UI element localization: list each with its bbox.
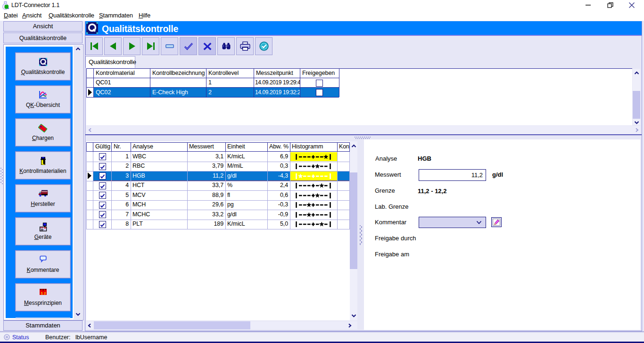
- svg-text:1 2: 1 2: [41, 291, 46, 295]
